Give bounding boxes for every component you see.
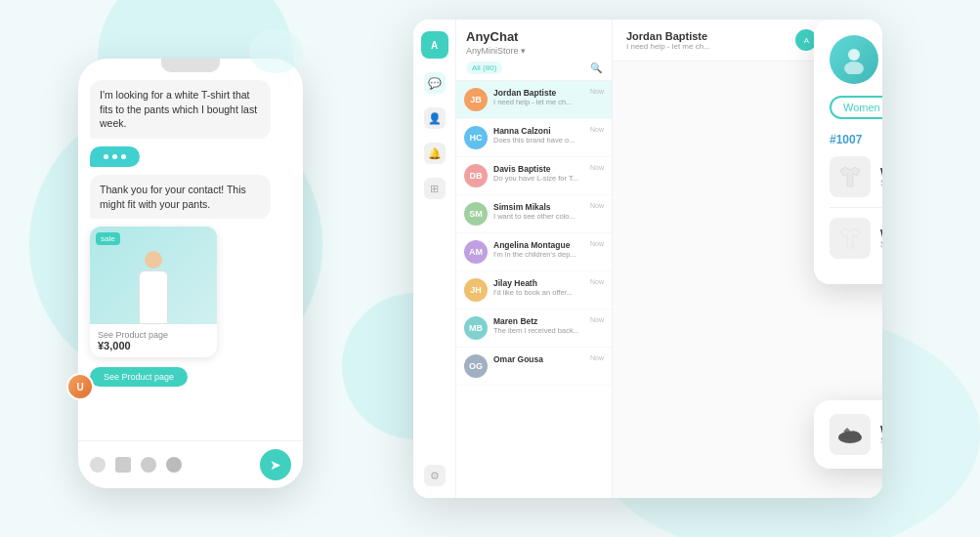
- phone-frame: I'm looking for a white T-shirt that fit…: [78, 59, 303, 488]
- product-info: See Product page ¥3,000: [90, 324, 217, 357]
- conv-avatar-7: OG: [464, 354, 488, 378]
- sidebar-bell-icon[interactable]: 🔔: [424, 143, 446, 164]
- conv-preview-5: I'd like to book an offer...: [493, 288, 584, 297]
- product-image: sale: [90, 227, 217, 324]
- typing-indicator: [90, 146, 140, 167]
- sidebar-grid-icon[interactable]: ⊞: [424, 178, 446, 199]
- conv-list-header: AnyChat AnyMiniStore ▾ All (80) 🔍: [456, 20, 612, 81]
- conv-time-6: Now: [590, 316, 604, 323]
- conv-name-0: Jordan Baptiste: [493, 88, 584, 98]
- conv-avatar-3: SM: [464, 202, 488, 226]
- sneaker-icon: [835, 420, 865, 449]
- order-header: #1007 10 May 2021: [830, 133, 882, 146]
- conv-info-0: Jordan Baptiste I need help - let me ch.…: [493, 88, 584, 106]
- conv-item-0[interactable]: JB Jordan Baptiste I need help - let me …: [456, 81, 612, 119]
- conv-time-0: Now: [590, 88, 604, 95]
- conv-item-3[interactable]: SM Simsim Mikals I want to see other col…: [456, 195, 612, 233]
- paperclip-icon[interactable]: [166, 457, 182, 473]
- conv-name-2: Davis Baptiste: [493, 164, 584, 174]
- conv-preview-3: I want to see other colo...: [493, 212, 584, 221]
- order-item-size-0: S / M / L: [880, 178, 882, 187]
- conv-name-6: Maren Betz: [493, 316, 584, 326]
- svg-point-1: [844, 62, 864, 74]
- send-icon: ➤: [270, 457, 281, 473]
- order-item-size-1: S / M / L: [880, 239, 882, 249]
- conv-avatar-1: HC: [464, 126, 488, 149]
- sidebar-person-icon[interactable]: 👤: [424, 107, 446, 129]
- conv-item-6[interactable]: MB Maren Betz The item I received back..…: [456, 310, 612, 348]
- order-item-info-0: White T shirt S / M / L: [880, 166, 882, 187]
- conv-item-7[interactable]: OG Omar Gousa Now: [456, 348, 612, 386]
- customer-profile: Carter Rosser Customer for 6 months: [830, 35, 882, 84]
- conv-name-5: Jilay Heath: [493, 278, 584, 288]
- conv-time-5: Now: [590, 278, 604, 285]
- conv-item-4[interactable]: AM Angelina Montague I'm in the children…: [456, 233, 612, 271]
- chat-subtitle: I need help - let me ch...: [626, 42, 710, 51]
- customer-avatar-icon: [839, 45, 869, 74]
- order-item-1: White T shirt S / M / L ×1 ¥4,000: [830, 218, 882, 268]
- sale-badge: sale: [96, 232, 120, 245]
- conv-avatar-4: AM: [464, 240, 488, 264]
- conv-info-2: Davis Baptiste Do you have L-size for T.…: [493, 164, 584, 183]
- filter-all-button[interactable]: All (80): [466, 62, 502, 74]
- order-item-0: White T shirt S / M / L ×1 ¥4,000: [830, 156, 882, 208]
- order-id: #1007: [830, 133, 862, 146]
- user-message-bubble: I'm looking for a white T-shirt that fit…: [90, 80, 271, 139]
- app-sidebar: A 💬 👤 🔔 ⊞ ⚙: [413, 20, 456, 498]
- tshirt-icon-1: [835, 224, 865, 253]
- conv-item-1[interactable]: HC Hanna Calzoni Does this brand have o.…: [456, 119, 612, 157]
- sidebar-settings-icon[interactable]: ⚙: [424, 465, 446, 486]
- trash-icon[interactable]: [141, 457, 156, 473]
- order-item-name-1: White T shirt: [880, 227, 882, 239]
- conv-info-5: Jilay Heath I'd like to book an offer...: [493, 278, 584, 297]
- conversation-list: AnyChat AnyMiniStore ▾ All (80) 🔍 JB Jor…: [456, 20, 613, 498]
- conv-time-4: Now: [590, 240, 604, 247]
- search-icon[interactable]: 🔍: [590, 62, 602, 73]
- customer-tags: Women age:31 Casual: [830, 96, 882, 119]
- conversation-items: JB Jordan Baptiste I need help - let me …: [456, 81, 612, 498]
- user-message-text: I'm looking for a white T-shirt that fit…: [100, 89, 257, 129]
- conv-avatar-5: JH: [464, 278, 488, 302]
- agent-message-text: Thank you for your contact! This might f…: [100, 184, 246, 210]
- order-extra-name: White T shirt: [880, 424, 882, 435]
- chat-title-group: Jordan Baptiste I need help - let me ch.…: [626, 30, 710, 51]
- conv-name-3: Simsim Mikals: [493, 202, 584, 212]
- desktop-app-frame: A 💬 👤 🔔 ⊞ ⚙ AnyChat AnyMiniStore ▾ All (…: [413, 20, 882, 498]
- app-title-text: AnyChat: [466, 29, 518, 44]
- conv-info-6: Maren Betz The item I received back...: [493, 316, 584, 335]
- conv-info-3: Simsim Mikals I want to see other colo..…: [493, 202, 584, 221]
- sidebar-chat-icon[interactable]: 💬: [424, 72, 446, 94]
- conv-info-1: Hanna Calzoni Does this brand have o...: [493, 126, 584, 145]
- phone-content: I'm looking for a white T-shirt that fit…: [78, 80, 303, 440]
- emoji-icon[interactable]: [90, 457, 106, 473]
- conv-item-2[interactable]: DB Davis Baptiste Do you have L-size for…: [456, 157, 612, 195]
- conv-item-5[interactable]: JH Jilay Heath I'd like to book an offer…: [456, 271, 612, 310]
- phone-notch: [161, 59, 220, 72]
- order-thumb-0: [830, 156, 871, 197]
- order-thumb-1: [830, 218, 871, 259]
- conv-time-2: Now: [590, 164, 604, 171]
- speech-bubble-decoration: [249, 29, 303, 73]
- conv-preview-6: The item I received back...: [493, 326, 584, 335]
- filter-row: All (80) 🔍: [466, 62, 602, 74]
- store-label: AnyMiniStore ▾: [466, 46, 602, 56]
- order-extra-info: White T shirt S / M / L: [880, 424, 882, 445]
- conv-avatar-6: MB: [464, 316, 488, 340]
- send-button[interactable]: ➤: [260, 449, 291, 480]
- grid-icon[interactable]: [115, 457, 131, 473]
- svg-point-0: [848, 49, 860, 61]
- dropdown-arrow: ▾: [521, 46, 526, 56]
- chat-title: Jordan Baptiste: [626, 30, 710, 42]
- mobile-phone-section: I'm looking for a white T-shirt that fit…: [59, 39, 313, 498]
- store-name: AnyMiniStore: [466, 46, 519, 56]
- conv-preview-1: Does this brand have o...: [493, 136, 584, 145]
- dot-3: [121, 154, 126, 159]
- see-product-button[interactable]: See Product page: [90, 367, 188, 387]
- product-card[interactable]: sale See Product page ¥3,000: [90, 227, 217, 357]
- order-thumb-2: [830, 414, 871, 455]
- conv-preview-2: Do you have L-size for T...: [493, 174, 584, 183]
- product-price: ¥3,000: [98, 340, 209, 351]
- conv-name-1: Hanna Calzoni: [493, 126, 584, 136]
- tshirt-icon-0: [835, 162, 865, 191]
- order-card-extra: White T shirt S / M / L ×1 ¥4,000: [814, 400, 882, 469]
